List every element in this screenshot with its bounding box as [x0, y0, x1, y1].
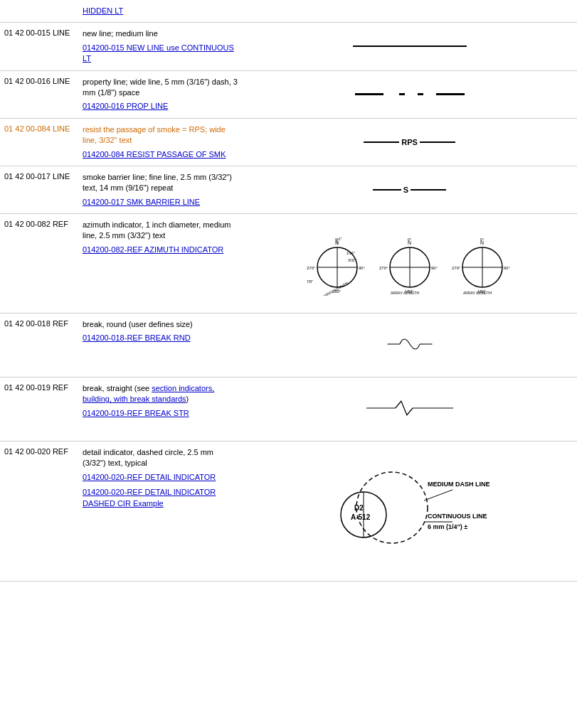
- link-084[interactable]: 014200-084 RESIST PASSAGE OF SMK: [83, 150, 226, 159]
- code-019: 01 42 00-019 REF: [0, 378, 78, 441]
- row-019: 01 42 00-019 REF break, straight (see se…: [0, 378, 577, 441]
- svg-line-41: [424, 490, 452, 500]
- code-084: 01 42 00-084 LINE: [0, 119, 78, 166]
- desc-020: detail indicator, dashed circle, 2.5 mm …: [78, 441, 242, 581]
- link-082[interactable]: 014200-082-REF AZIMUTH INDICATOR: [83, 245, 223, 254]
- svg-text:90°: 90°: [359, 266, 366, 270]
- svg-text:6 mm (1/4") ±: 6 mm (1/4") ±: [428, 523, 467, 530]
- svg-text:A-512: A-512: [351, 513, 371, 521]
- code-015: 01 42 00-015 LINE: [0, 23, 78, 70]
- dash2: [399, 93, 405, 95]
- rps-line-visual: RPS: [364, 138, 455, 146]
- rps-seg2: [420, 141, 455, 144]
- svg-text:MEDIUM DASH LINE: MEDIUM DASH LINE: [428, 481, 490, 488]
- visual-hidden: [242, 0, 577, 22]
- azimuth-1: N 0° 90° 180° 270° 1" 1/16" 3/32": [305, 232, 369, 296]
- link-block-017: 014200-017 SMK BARRIER LINE: [83, 197, 238, 208]
- medium-line-visual: [353, 46, 467, 47]
- link-block-019: 014200-019-REF BREAK STR: [83, 408, 238, 419]
- dash1: [355, 93, 383, 95]
- desc-text-084: resist the passage of smoke = RPS; wide …: [83, 124, 238, 146]
- break-round-visual: [385, 326, 435, 364]
- svg-text:ARRAY AZIMUTH: ARRAY AZIMUTH: [463, 291, 492, 295]
- svg-point-40: [356, 472, 428, 543]
- link-016[interactable]: 014200-016 PROP LINE: [83, 102, 168, 110]
- svg-text:1": 1": [339, 237, 342, 241]
- link-block-020a: 014200-020-REF DETAIL INDICATOR: [83, 472, 238, 483]
- svg-text:7/8": 7/8": [307, 279, 313, 284]
- visual-020: D2 A-512 MEDIUM DASH LINE CONTINUOUS LIN…: [242, 441, 577, 581]
- link-block-016: 014200-016 PROP LINE: [83, 101, 238, 112]
- row-082: 01 42 00-082 REF azimuth indicator, 1 in…: [0, 214, 577, 314]
- desc-text-082: azimuth indicator, 1 inch diameter, medi…: [83, 220, 238, 242]
- svg-text:270°: 270°: [452, 266, 461, 270]
- svg-text:ARRAY AZIMUTH: ARRAY AZIMUTH: [391, 291, 419, 295]
- row-015: 01 42 00-015 LINE new line; medium line …: [0, 23, 577, 70]
- visual-019: [242, 378, 577, 441]
- svg-text:0°: 0°: [408, 237, 412, 242]
- azimuth-3: N 0° 90° 180° 270° ARRAY AZIMUTH: [450, 232, 514, 296]
- row-020: 01 42 00-020 REF detail indicator, dashe…: [0, 441, 577, 582]
- desc-018: break, round (user defines size) 014200-…: [78, 314, 242, 377]
- svg-text:CONTINUOUS LINE: CONTINUOUS LINE: [428, 513, 487, 520]
- row-084: 01 42 00-084 LINE resist the passage of …: [0, 119, 577, 166]
- link-hidden-lt[interactable]: HIDDEN LT: [83, 6, 123, 15]
- code-018: 01 42 00-018 REF: [0, 314, 78, 377]
- visual-015: [242, 23, 577, 70]
- link-block-020b: 014200-020-REF DETAIL INDICATOR DASHED C…: [83, 487, 238, 509]
- svg-text:D2: D2: [354, 504, 364, 512]
- rps-seg1: [364, 141, 399, 144]
- prop-line-visual: [355, 93, 465, 95]
- desc-text-019: break, straight (see section indicators,…: [83, 383, 238, 405]
- desc-hidden: HIDDEN LT: [78, 0, 242, 22]
- row-017: 01 42 00-017 LINE smoke barrier line; fi…: [0, 166, 577, 214]
- visual-084: RPS: [242, 119, 577, 166]
- row-018: 01 42 00-018 REF break, round (user defi…: [0, 314, 577, 378]
- detail-indicator-visual: D2 A-512 MEDIUM DASH LINE CONTINUOUS LIN…: [310, 447, 509, 575]
- code-hidden: [0, 0, 78, 22]
- svg-text:270°: 270°: [379, 266, 388, 270]
- break-straight-visual: [364, 394, 456, 424]
- link-020b[interactable]: 014200-020-REF DETAIL INDICATOR DASHED C…: [83, 488, 216, 507]
- smk-line-visual: S: [373, 186, 446, 194]
- svg-text:3/32": 3/32": [348, 258, 356, 262]
- code-082: 01 42 00-082 REF: [0, 214, 78, 313]
- link-017[interactable]: 014200-017 SMK BARRIER LINE: [83, 198, 200, 206]
- row-016: 01 42 00-016 LINE property line; wide li…: [0, 71, 577, 119]
- desc-016: property line; wide line, 5 mm (3/16") d…: [78, 71, 242, 118]
- link-018[interactable]: 014200-018-REF BREAK RND: [83, 333, 191, 342]
- desc-text-020: detail indicator, dashed circle, 2.5 mm …: [83, 447, 238, 469]
- desc-text-015: new line; medium line: [83, 28, 238, 39]
- azimuth-2: N 0° 90° 180° 270° ARRAY AZIMUTH: [378, 232, 442, 296]
- svg-text:90°: 90°: [431, 266, 438, 270]
- desc-text-016: property line; wide line, 5 mm (3/16") d…: [83, 77, 238, 99]
- link-020a[interactable]: 014200-020-REF DETAIL INDICATOR: [83, 473, 216, 481]
- visual-016: [242, 71, 577, 118]
- smk-seg1: [373, 189, 401, 191]
- link-block-084: 014200-084 RESIST PASSAGE OF SMK: [83, 149, 238, 160]
- code-016: 01 42 00-016 LINE: [0, 71, 78, 118]
- visual-082: N 0° 90° 180° 270° 1" 1/16" 3/32": [242, 214, 577, 313]
- rps-label: RPS: [399, 138, 420, 146]
- svg-text:270°: 270°: [307, 266, 316, 270]
- link-section-indicators[interactable]: section indicators, building, with break…: [83, 384, 214, 403]
- smk-seg2: [411, 189, 446, 191]
- link-015[interactable]: 014200-015 NEW LINE use CONTINUOUS LT: [83, 43, 234, 63]
- svg-text:0°: 0°: [480, 237, 485, 242]
- azimuth-container: N 0° 90° 180° 270° 1" 1/16" 3/32": [305, 232, 514, 296]
- dash3: [418, 93, 423, 95]
- code-020: 01 42 00-020 REF: [0, 441, 78, 581]
- desc-019: break, straight (see section indicators,…: [78, 378, 242, 441]
- visual-017: S: [242, 166, 577, 213]
- visual-018: [242, 314, 577, 377]
- desc-text-018: break, round (user defines size): [83, 319, 238, 330]
- link-block-082: 014200-082-REF AZIMUTH INDICATOR: [83, 245, 238, 255]
- link-019[interactable]: 014200-019-REF BREAK STR: [83, 409, 189, 417]
- svg-text:90°: 90°: [504, 266, 511, 270]
- row-hidden-lt: HIDDEN LT: [0, 0, 577, 23]
- desc-084: resist the passage of smoke = RPS; wide …: [78, 119, 242, 166]
- desc-082: azimuth indicator, 1 inch diameter, medi…: [78, 214, 242, 313]
- main-table: HIDDEN LT 01 42 00-015 LINE new line; me…: [0, 0, 577, 582]
- desc-text-017: smoke barrier line; fine line, 2.5 mm (3…: [83, 172, 238, 194]
- smk-label: S: [401, 186, 411, 194]
